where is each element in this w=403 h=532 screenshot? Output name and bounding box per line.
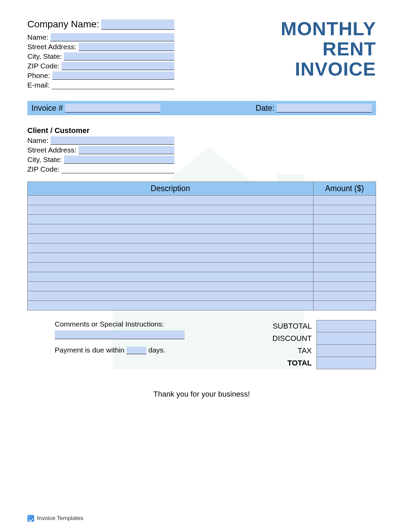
client-zip-input[interactable] [62, 165, 174, 173]
table-row [28, 282, 376, 291]
amount-cell[interactable] [313, 263, 376, 272]
table-row [28, 224, 376, 234]
table-row [28, 272, 376, 282]
client-block: Client / Customer Name: Street Address: … [27, 126, 174, 173]
table-row [28, 301, 376, 310]
invoice-number-label: Invoice # [31, 104, 63, 113]
description-cell[interactable] [28, 224, 313, 234]
comments-input[interactable] [55, 330, 185, 339]
comments-label: Comments or Special Instructions: [55, 320, 212, 328]
thank-you-message: Thank you for your business! [27, 390, 376, 399]
description-cell[interactable] [28, 253, 313, 263]
amount-cell[interactable] [313, 205, 376, 215]
total-label: TOTAL [272, 357, 312, 369]
company-name-label: Company Name: [27, 19, 99, 30]
invoice-number-input[interactable] [65, 104, 160, 112]
client-name-label: Name: [27, 136, 49, 145]
description-cell[interactable] [28, 205, 313, 215]
amount-cell[interactable] [313, 301, 376, 310]
payment-terms-prefix: Payment is due within [55, 346, 124, 354]
table-row [28, 263, 376, 272]
amount-header: Amount ($) [313, 182, 376, 196]
subtotal-label: SUBTOTAL [272, 320, 312, 332]
check-icon [27, 515, 34, 522]
discount-label: DISCOUNT [272, 332, 312, 345]
description-cell[interactable] [28, 282, 313, 291]
payment-terms-suffix: days. [148, 346, 165, 354]
company-phone-input[interactable] [52, 71, 174, 80]
company-street-input[interactable] [79, 43, 174, 51]
footer-brand: Invoice Templates [27, 515, 83, 522]
invoice-info-bar: Invoice # Date: [27, 101, 376, 115]
description-cell[interactable] [28, 272, 313, 282]
company-email-label: E-mail: [27, 81, 50, 89]
amount-cell[interactable] [313, 196, 376, 205]
description-cell[interactable] [28, 243, 313, 253]
table-row [28, 196, 376, 205]
table-row [28, 253, 376, 263]
description-cell[interactable] [28, 263, 313, 272]
amount-cell[interactable] [313, 215, 376, 224]
amount-cell[interactable] [313, 243, 376, 253]
description-cell[interactable] [28, 196, 313, 205]
invoice-date-input[interactable] [277, 104, 372, 112]
company-block: Company Name: Name: Street Address: City… [27, 19, 174, 89]
table-row [28, 215, 376, 224]
client-heading: Client / Customer [27, 126, 174, 135]
client-street-label: Street Address: [27, 146, 77, 154]
company-zip-label: ZIP Code: [27, 62, 59, 70]
company-phone-label: Phone: [27, 71, 50, 80]
amount-cell[interactable] [313, 234, 376, 243]
company-street-label: Street Address: [27, 43, 77, 51]
line-items-table: Description Amount ($) [27, 182, 376, 310]
table-row [28, 205, 376, 215]
client-city-state-input[interactable] [64, 156, 174, 164]
table-row [28, 234, 376, 243]
payment-days-input[interactable] [126, 347, 146, 354]
company-city-state-label: City, State: [27, 52, 62, 61]
client-name-input[interactable] [51, 136, 174, 145]
amount-cell[interactable] [313, 282, 376, 291]
company-zip-input[interactable] [62, 62, 174, 70]
company-name-input[interactable] [101, 19, 174, 30]
description-cell[interactable] [28, 291, 313, 301]
footer-brand-label: Invoice Templates [37, 515, 83, 522]
description-cell[interactable] [28, 215, 313, 224]
table-row [28, 243, 376, 253]
subtotal-value[interactable] [317, 320, 376, 332]
amount-cell[interactable] [313, 253, 376, 263]
client-street-input[interactable] [79, 146, 174, 154]
amount-cell[interactable] [313, 272, 376, 282]
company-city-state-input[interactable] [64, 52, 174, 61]
company-email-input[interactable] [52, 81, 174, 89]
document-title: MONTHLY RENT INVOICE [281, 19, 376, 79]
total-value[interactable] [317, 357, 376, 369]
description-cell[interactable] [28, 234, 313, 243]
invoice-date-label: Date: [256, 104, 274, 113]
discount-value[interactable] [317, 332, 376, 345]
client-city-state-label: City, State: [27, 156, 62, 164]
company-contact-name-input[interactable] [51, 33, 174, 41]
client-zip-label: ZIP Code: [27, 165, 59, 173]
company-contact-name-label: Name: [27, 33, 49, 41]
table-row [28, 291, 376, 301]
tax-value[interactable] [317, 345, 376, 357]
description-cell[interactable] [28, 301, 313, 310]
amount-cell[interactable] [313, 291, 376, 301]
amount-cell[interactable] [313, 224, 376, 234]
description-header: Description [28, 182, 313, 196]
tax-label: TAX [272, 345, 312, 357]
